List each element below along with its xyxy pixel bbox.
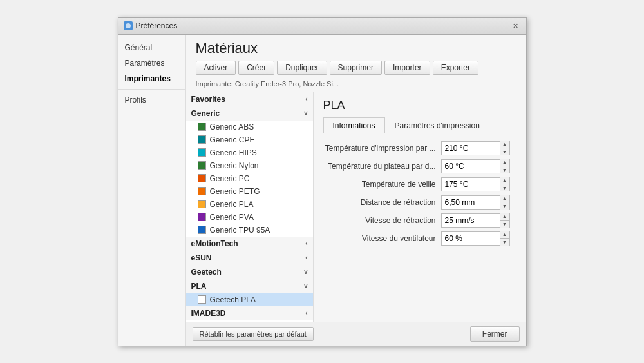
- field-row: Vitesse de rétraction ▲ ▼: [323, 213, 516, 228]
- sidebar-item-profiles[interactable]: Profils: [118, 92, 185, 108]
- list-item[interactable]: Generic PVA: [186, 211, 313, 224]
- export-button[interactable]: Exporter: [433, 61, 478, 75]
- sidebar-item-printers[interactable]: Imprimantes: [118, 71, 185, 86]
- group-label-pla: PLA: [191, 282, 207, 291]
- material-color-swatch: [198, 226, 206, 234]
- group-header-geetech[interactable]: Geetech ∨: [186, 265, 313, 279]
- spinner-up-1[interactable]: ▲: [500, 159, 509, 167]
- list-item[interactable]: Generic HIPS: [186, 146, 313, 159]
- group-header-pla[interactable]: PLA ∨: [186, 279, 313, 293]
- material-name: Generic ABS: [210, 123, 254, 132]
- material-name: Generic CPE: [210, 135, 255, 144]
- field-row: Température de veille ▲ ▼: [323, 177, 516, 191]
- spinner-down-3[interactable]: ▼: [500, 202, 509, 210]
- content-area: Favorites ‹ Generic ∨ Generic ABS: [186, 92, 526, 322]
- group-header-emotiontech[interactable]: eMotionTech ‹: [186, 237, 313, 251]
- list-item[interactable]: Generic Nylon: [186, 159, 313, 172]
- field-input-0[interactable]: [442, 142, 500, 155]
- material-color-swatch: [198, 161, 206, 170]
- detail-title: PLA: [323, 99, 516, 112]
- fields-grid: Température d'impression par ... ▲ ▼ Tem…: [323, 141, 516, 246]
- list-item[interactable]: Generic PETG: [186, 185, 313, 198]
- window-close-button[interactable]: ×: [511, 21, 521, 31]
- field-label-2: Température de veille: [323, 180, 436, 189]
- group-header-generic[interactable]: Generic ∨: [186, 106, 313, 121]
- material-color-swatch: [198, 187, 206, 195]
- spinner-btns-1: ▲ ▼: [500, 159, 509, 173]
- list-item[interactable]: Generic TPU 95A: [186, 224, 313, 237]
- main-content: Matériaux Activer Créer Dupliquer Suppri…: [186, 35, 526, 346]
- field-label-4: Vitesse de rétraction: [323, 216, 436, 225]
- field-input-wrap-4: ▲ ▼: [441, 213, 510, 228]
- group-arrow-pla: ∨: [303, 282, 308, 289]
- group-arrow-esun: ‹: [305, 254, 307, 261]
- list-item[interactable]: Generic ABS: [186, 121, 313, 133]
- spinner-up-3[interactable]: ▲: [500, 195, 509, 203]
- spinner-down-5[interactable]: ▼: [500, 239, 509, 246]
- main-title: Matériaux: [196, 40, 516, 57]
- material-name: Generic PLA: [210, 200, 254, 209]
- field-row: Vitesse du ventilateur ▲ ▼: [323, 231, 516, 246]
- bottom-bar: Rétablir les paramètres par défaut Ferme…: [186, 322, 526, 346]
- material-color-swatch: [198, 295, 206, 304]
- field-row: Température d'impression par ... ▲ ▼: [323, 141, 516, 155]
- group-header-favorites[interactable]: Favorites ‹: [186, 92, 313, 106]
- spinner-down-0[interactable]: ▼: [500, 148, 509, 155]
- group-header-imade3d[interactable]: iMADE3D ‹: [186, 306, 313, 320]
- field-input-1[interactable]: [442, 160, 500, 173]
- activate-button[interactable]: Activer: [196, 61, 236, 75]
- field-input-wrap-1: ▲ ▼: [441, 159, 510, 173]
- field-input-4[interactable]: [442, 214, 500, 227]
- spinner-up-5[interactable]: ▲: [500, 231, 509, 239]
- materials-scroll[interactable]: Favorites ‹ Generic ∨ Generic ABS: [186, 92, 313, 322]
- material-color-swatch: [198, 200, 206, 208]
- field-label-0: Température d'impression par ...: [323, 144, 436, 153]
- sidebar-item-general[interactable]: Général: [118, 40, 185, 55]
- list-item[interactable]: Generic PC: [186, 172, 313, 185]
- field-label-3: Distance de rétraction: [323, 198, 436, 207]
- spinner-up-0[interactable]: ▲: [500, 141, 509, 149]
- group-label-imade3d: iMADE3D: [191, 309, 226, 318]
- tab-informations[interactable]: Informations: [323, 117, 385, 133]
- sidebar-divider: [118, 89, 185, 90]
- material-name: Generic PVA: [210, 213, 254, 222]
- app-icon: [124, 21, 133, 30]
- material-color-swatch: [198, 123, 206, 131]
- sidebar: Général Paramètres Imprimantes Profils: [118, 35, 186, 346]
- field-input-wrap-3: ▲ ▼: [441, 195, 510, 210]
- list-item[interactable]: Generic CPE: [186, 133, 313, 146]
- material-color-swatch: [198, 135, 206, 144]
- spinner-down-4[interactable]: ▼: [500, 221, 509, 228]
- titlebar-left: Préférences: [124, 21, 178, 30]
- material-name: Geetech PLA: [210, 295, 256, 304]
- spinner-down-1[interactable]: ▼: [500, 166, 509, 173]
- duplicate-button[interactable]: Dupliquer: [277, 61, 327, 75]
- group-arrow-geetech: ∨: [303, 268, 308, 275]
- list-item[interactable]: Generic PLA: [186, 198, 313, 211]
- group-header-esun[interactable]: eSUN ‹: [186, 251, 313, 265]
- reset-button[interactable]: Rétablir les paramètres par défaut: [193, 327, 314, 341]
- group-arrow-generic: ∨: [303, 110, 308, 117]
- spinner-down-2[interactable]: ▼: [500, 184, 509, 191]
- create-button[interactable]: Créer: [238, 61, 274, 75]
- close-dialog-button[interactable]: Fermer: [470, 326, 520, 342]
- group-label-generic: Generic: [191, 109, 220, 118]
- field-input-2[interactable]: [442, 178, 500, 191]
- preferences-window: Préférences × Général Paramètres Imprima…: [118, 17, 527, 346]
- field-input-5[interactable]: [442, 232, 500, 245]
- tabs: Informations Paramètres d'impression: [323, 117, 516, 133]
- field-label-5: Vitesse du ventilateur: [323, 234, 436, 243]
- list-item[interactable]: Geetech PLA: [186, 293, 313, 306]
- sidebar-item-parameters[interactable]: Paramètres: [118, 55, 185, 71]
- field-input-3[interactable]: [442, 196, 500, 209]
- delete-button[interactable]: Supprimer: [330, 61, 382, 75]
- import-button[interactable]: Importer: [384, 61, 430, 75]
- spinner-btns-3: ▲ ▼: [500, 195, 509, 210]
- field-row: Distance de rétraction ▲ ▼: [323, 195, 516, 210]
- tab-print-params[interactable]: Paramètres d'impression: [385, 117, 489, 133]
- field-row: Température du plateau par d... ▲ ▼: [323, 159, 516, 173]
- spinner-up-4[interactable]: ▲: [500, 213, 509, 221]
- spinner-btns-0: ▲ ▼: [500, 141, 509, 155]
- window-title: Préférences: [136, 21, 178, 30]
- spinner-up-2[interactable]: ▲: [500, 177, 509, 185]
